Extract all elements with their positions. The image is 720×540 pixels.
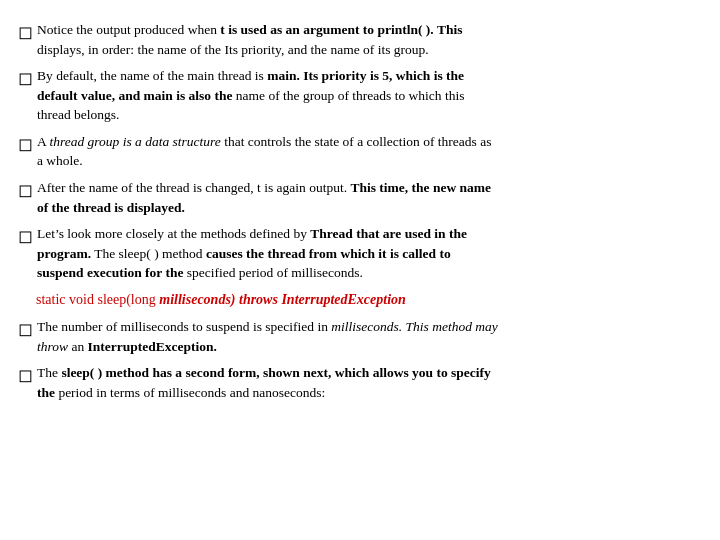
bullet-text: Let’s look more closely at the methods d… <box>37 224 702 283</box>
text-segment: After the name of the thread is changed,… <box>37 180 350 195</box>
text-segment: Let’s look more closely at the methods d… <box>37 226 310 241</box>
text-segment: This <box>437 22 463 37</box>
bullet-item-bullet6: ◻The number of milliseconds to suspend i… <box>18 317 702 356</box>
text-segment: the <box>37 385 55 400</box>
text-segment: This time, the new name <box>350 180 491 195</box>
bullet-text: By default, the name of the main thread … <box>37 66 702 125</box>
text-segment: suspend execution for the <box>37 265 183 280</box>
text-segment: throw <box>37 339 68 354</box>
bullet-item-bullet5: ◻Let’s look more closely at the methods … <box>18 224 702 283</box>
text-segment: causes the thread from which it is calle… <box>206 246 451 261</box>
text-segment: milliseconds. This method may <box>331 319 498 334</box>
sleep-static: static void sleep(long <box>36 292 159 307</box>
bullet-marker: ◻ <box>18 131 33 157</box>
text-segment: name of the group of threads to which th… <box>232 88 464 103</box>
text-segment: The sleep( ) method <box>91 246 206 261</box>
text-segment: displays, in order: the name of the Its … <box>37 42 429 57</box>
bullet-text: Notice the output produced when t is use… <box>37 20 702 59</box>
text-segment: t is used as an argument to println( ). <box>220 22 433 37</box>
bullet-text: After the name of the thread is changed,… <box>37 178 702 217</box>
bullet-item-bullet1: ◻Notice the output produced when t is us… <box>18 20 702 59</box>
text-segment: Its priority is 5, which is the <box>303 68 464 83</box>
text-segment: program. <box>37 246 91 261</box>
text-segment: The <box>37 365 61 380</box>
text-segment: By default, the name of the main thread … <box>37 68 267 83</box>
text-segment: sleep( ) method has a second form, shown… <box>61 365 490 380</box>
bullet-marker: ◻ <box>18 65 33 91</box>
text-segment: A <box>37 134 49 149</box>
text-segment: of the thread is displayed. <box>37 200 185 215</box>
bullet-item-bullet4: ◻After the name of the thread is changed… <box>18 178 702 217</box>
text-segment: default value, and main is also the <box>37 88 232 103</box>
bullets2-container: ◻The number of milliseconds to suspend i… <box>18 317 702 402</box>
bullet-marker: ◻ <box>18 362 33 388</box>
sleep-param: milliseconds) throws InterruptedExceptio… <box>159 292 406 307</box>
text-segment: a whole. <box>37 153 83 168</box>
bullet-item-bullet7: ◻The sleep( ) method has a second form, … <box>18 363 702 402</box>
text-segment: an <box>68 339 88 354</box>
text-segment: Thread that are used in the <box>310 226 467 241</box>
bullet-marker: ◻ <box>18 223 33 249</box>
text-segment: The number of milliseconds to suspend is… <box>37 319 331 334</box>
text-segment: thread group is a data structure <box>49 134 220 149</box>
text-segment: specified period of milliseconds. <box>183 265 363 280</box>
text-segment: InterruptedException. <box>88 339 217 354</box>
bullets-container: ◻Notice the output produced when t is us… <box>18 20 702 283</box>
text-segment: that controls the state of a collection … <box>221 134 492 149</box>
text-segment: period in terms of milliseconds and nano… <box>55 385 325 400</box>
bullet-text: A thread group is a data structure that … <box>37 132 702 171</box>
page: ◻Notice the output produced when t is us… <box>0 0 720 540</box>
text-segment: main. <box>267 68 300 83</box>
text-segment: thread belongs. <box>37 107 119 122</box>
sleep-signature: static void sleep(long milliseconds) thr… <box>36 290 702 310</box>
bullet-item-bullet2: ◻By default, the name of the main thread… <box>18 66 702 125</box>
text-segment: Notice the output produced when <box>37 22 220 37</box>
bullet-marker: ◻ <box>18 19 33 45</box>
bullet-marker: ◻ <box>18 177 33 203</box>
bullet-marker: ◻ <box>18 316 33 342</box>
bullet-text: The number of milliseconds to suspend is… <box>37 317 702 356</box>
bullet-text: The sleep( ) method has a second form, s… <box>37 363 702 402</box>
bullet-item-bullet3: ◻A thread group is a data structure that… <box>18 132 702 171</box>
